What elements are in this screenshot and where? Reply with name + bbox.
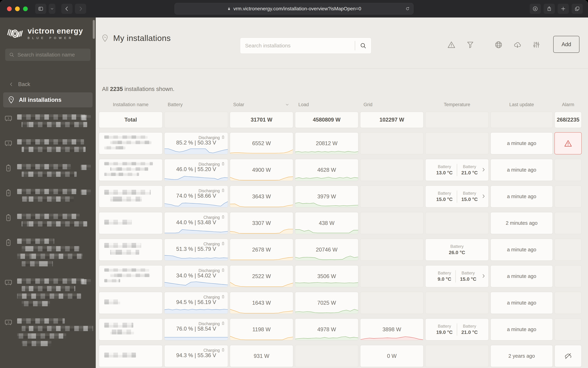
installation-name-cell[interactable] xyxy=(99,265,163,287)
load-cell[interactable]: 4978 W xyxy=(295,318,359,340)
new-tab-button[interactable] xyxy=(558,4,569,14)
solar-cell[interactable]: 2522 W xyxy=(230,265,293,287)
last-update-cell[interactable]: 2 years ago xyxy=(490,345,553,367)
grid-cell[interactable]: 0 W xyxy=(360,345,424,367)
load-cell[interactable] xyxy=(295,345,359,367)
back-button[interactable] xyxy=(61,4,72,14)
load-cell[interactable]: 7025 W xyxy=(295,292,359,314)
add-installation-button[interactable]: Add xyxy=(553,36,579,53)
column-header-battery[interactable]: Battery xyxy=(164,102,228,107)
alarm-cell[interactable] xyxy=(554,318,582,340)
load-cell[interactable]: 3506 W xyxy=(295,265,359,287)
alarm-warning-icon[interactable] xyxy=(447,40,456,49)
alarm-cell[interactable] xyxy=(554,159,582,181)
installation-name-cell[interactable] xyxy=(99,318,163,340)
temperature-cell[interactable]: Battery19.0 °CBattery21.0 °C xyxy=(425,318,489,340)
sidebar-back-button[interactable]: Back xyxy=(9,81,96,87)
alarm-cell[interactable] xyxy=(554,212,582,234)
installation-name-cell[interactable] xyxy=(99,185,163,208)
sidebar-installation-item[interactable] xyxy=(3,109,93,134)
temperature-cell[interactable]: Battery26.0 °C xyxy=(425,239,489,261)
alarm-cell[interactable] xyxy=(554,292,582,314)
column-settings-icon[interactable] xyxy=(532,40,541,49)
grid-cell[interactable] xyxy=(360,292,424,314)
sidebar-installation-item[interactable] xyxy=(3,273,93,313)
sidebar-installation-item[interactable] xyxy=(3,184,93,209)
filter-icon[interactable] xyxy=(466,40,475,49)
installation-name-cell[interactable] xyxy=(99,159,163,181)
alarm-cell[interactable] xyxy=(554,239,582,261)
load-cell[interactable]: 20812 W xyxy=(295,132,359,155)
sidebar-installation-item[interactable] xyxy=(3,159,93,184)
battery-cell[interactable]: Discharging76.0 % | 58.54 V xyxy=(164,318,228,340)
solar-cell[interactable]: 4900 W xyxy=(230,159,293,181)
battery-cell[interactable]: Discharging46.0 % | 55.20 V xyxy=(164,159,228,181)
tabs-overview-button[interactable] xyxy=(571,4,583,14)
last-update-cell[interactable]: a minute ago xyxy=(490,265,553,287)
solar-cell[interactable]: 2678 W xyxy=(230,239,293,261)
address-bar[interactable]: vrm.victronenergy.com/installation-overv… xyxy=(175,3,413,15)
installations-search-input[interactable] xyxy=(240,38,355,54)
battery-cell[interactable]: Charging94.5 % | 56.19 V xyxy=(164,292,228,314)
globe-icon[interactable] xyxy=(494,40,503,49)
solar-cell[interactable]: 3307 W xyxy=(230,212,293,234)
reload-icon[interactable] xyxy=(405,7,410,11)
sidebar-installation-item[interactable] xyxy=(3,313,93,353)
alarm-cell[interactable] xyxy=(554,185,582,208)
last-update-cell[interactable]: a minute ago xyxy=(490,185,553,208)
chevron-right-icon[interactable] xyxy=(481,194,486,199)
search-submit-button[interactable] xyxy=(355,38,371,54)
minimize-window-button[interactable] xyxy=(15,7,20,11)
chevron-right-icon[interactable] xyxy=(481,274,486,279)
alarm-cell[interactable] xyxy=(554,132,582,155)
solar-cell[interactable]: 3643 W xyxy=(230,185,293,208)
column-header-installation-name[interactable]: Installation name xyxy=(113,102,149,107)
installation-name-cell[interactable] xyxy=(99,345,163,367)
column-header-solar[interactable]: Solar xyxy=(230,102,293,107)
column-header-alarm[interactable]: Alarm xyxy=(562,102,574,107)
last-update-cell[interactable]: a minute ago xyxy=(490,292,553,314)
grid-cell[interactable] xyxy=(360,159,424,181)
battery-cell[interactable]: Discharging74.0 % | 58.66 V xyxy=(164,185,228,208)
close-window-button[interactable] xyxy=(7,7,12,11)
sidebar-installation-item[interactable] xyxy=(3,209,93,233)
sidebar-item-all-installations[interactable]: All installations xyxy=(3,92,93,107)
sidebar-search-input[interactable] xyxy=(18,52,87,58)
battery-cell[interactable]: Discharging34.0 % | 54.02 V xyxy=(164,265,228,287)
chevron-right-icon[interactable] xyxy=(481,167,486,173)
sidebar-scrollbar[interactable] xyxy=(93,20,95,39)
installation-name-cell[interactable] xyxy=(99,239,163,261)
sidebar-toggle-button[interactable] xyxy=(35,4,46,14)
load-cell[interactable]: 4628 W xyxy=(295,159,359,181)
grid-cell[interactable] xyxy=(360,185,424,208)
downloads-button[interactable] xyxy=(530,4,541,14)
chevron-down-icon[interactable] xyxy=(49,4,55,14)
load-cell[interactable]: 20746 W xyxy=(295,239,359,261)
load-cell[interactable]: 438 W xyxy=(295,212,359,234)
alarm-cell[interactable] xyxy=(554,265,582,287)
share-button[interactable] xyxy=(544,4,555,14)
forward-button[interactable] xyxy=(75,4,86,14)
grid-cell[interactable] xyxy=(360,212,424,234)
column-header-last-update[interactable]: Last update xyxy=(509,102,534,107)
solar-cell[interactable]: 1198 W xyxy=(230,318,293,340)
temperature-cell[interactable] xyxy=(425,292,489,314)
column-header-grid[interactable]: Grid xyxy=(360,102,424,107)
temperature-cell[interactable] xyxy=(425,132,489,155)
grid-cell[interactable]: 3898 W xyxy=(360,318,424,340)
solar-cell[interactable]: 931 W xyxy=(230,345,293,367)
temperature-cell[interactable] xyxy=(425,345,489,367)
battery-cell[interactable]: Discharging85.2 % | 50.33 V xyxy=(164,132,228,155)
solar-cell[interactable]: 6552 W xyxy=(230,132,293,155)
battery-cell[interactable]: Charging94.3 % | 55.36 V xyxy=(164,345,228,367)
last-update-cell[interactable]: a minute ago xyxy=(490,159,553,181)
last-update-cell[interactable]: 2 minutes ago xyxy=(490,212,553,234)
temperature-cell[interactable] xyxy=(425,212,489,234)
grid-cell[interactable] xyxy=(360,265,424,287)
installation-name-cell[interactable] xyxy=(99,292,163,314)
installation-name-cell[interactable] xyxy=(99,132,163,155)
load-cell[interactable]: 3979 W xyxy=(295,185,359,208)
temperature-cell[interactable]: Battery13.0 °CBattery21.0 °C xyxy=(425,159,489,181)
zoom-window-button[interactable] xyxy=(23,7,28,11)
cloud-download-icon[interactable] xyxy=(513,40,522,49)
